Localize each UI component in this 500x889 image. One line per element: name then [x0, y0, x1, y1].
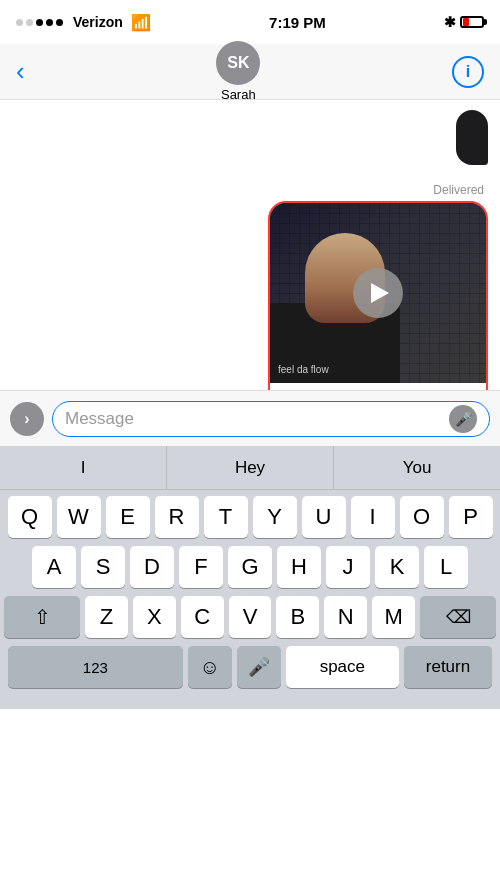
key-space[interactable]: space: [286, 646, 399, 688]
key-n[interactable]: N: [324, 596, 367, 638]
key-q[interactable]: Q: [8, 496, 52, 538]
info-icon: i: [466, 63, 470, 81]
status-time: 7:19 PM: [269, 14, 326, 31]
signal-dots: [16, 19, 63, 26]
key-i[interactable]: I: [351, 496, 395, 538]
key-s[interactable]: S: [81, 546, 125, 588]
key-row-bottom: 123 ☺ 🎤 space return: [4, 646, 496, 688]
bluetooth-icon: ✱: [444, 14, 456, 30]
key-mic[interactable]: 🎤: [237, 646, 281, 688]
key-f[interactable]: F: [179, 546, 223, 588]
received-bubble-container: [12, 110, 488, 173]
key-y[interactable]: Y: [253, 496, 297, 538]
wifi-icon: 📶: [131, 13, 151, 32]
key-t[interactable]: T: [204, 496, 248, 538]
key-m[interactable]: M: [372, 596, 415, 638]
microphone-icon: 🎤: [455, 411, 472, 427]
messages-area: Delivered feel da flow: [0, 100, 500, 390]
key-a[interactable]: A: [32, 546, 76, 588]
key-b[interactable]: B: [276, 596, 319, 638]
status-bar: Verizon 📶 7:19 PM ✱: [0, 0, 500, 44]
emoji-icon: ☺: [199, 656, 219, 679]
status-left: Verizon 📶: [16, 13, 151, 32]
play-icon: [371, 283, 389, 303]
message-input-wrap[interactable]: Message 🎤: [52, 401, 490, 437]
dot-2: [26, 19, 33, 26]
back-button[interactable]: ‹: [16, 56, 25, 87]
video-preview[interactable]: feel da flow: [270, 203, 486, 383]
key-c[interactable]: C: [181, 596, 224, 638]
mic-button[interactable]: 🎤: [449, 405, 477, 433]
suggestion-hey[interactable]: Hey: [167, 446, 334, 489]
keyboard: I Hey You Q W E R T Y U I O P A S D F: [0, 446, 500, 709]
key-emoji[interactable]: ☺: [188, 646, 232, 688]
backspace-key[interactable]: ⌫: [420, 596, 496, 638]
keyboard-mic-icon: 🎤: [248, 656, 270, 678]
suggestions-bar: I Hey You: [0, 446, 500, 490]
expand-icon: ›: [24, 410, 29, 428]
key-r[interactable]: R: [155, 496, 199, 538]
dot-5: [56, 19, 63, 26]
sent-bubble[interactable]: feel da flow We're adding More Cowbell y…: [268, 201, 488, 390]
key-j[interactable]: J: [326, 546, 370, 588]
key-row-3: ⇧ Z X C V B N M ⌫: [4, 596, 496, 638]
key-u[interactable]: U: [302, 496, 346, 538]
backspace-icon: ⌫: [446, 606, 471, 628]
dot-1: [16, 19, 23, 26]
shift-icon: ⇧: [34, 605, 51, 629]
key-x[interactable]: X: [133, 596, 176, 638]
suggestion-you[interactable]: You: [334, 446, 500, 489]
battery-indicator: [460, 16, 484, 28]
shift-key[interactable]: ⇧: [4, 596, 80, 638]
play-button[interactable]: [353, 268, 403, 318]
nav-center[interactable]: SK Sarah: [216, 41, 260, 102]
message-placeholder[interactable]: Message: [65, 409, 449, 429]
key-h[interactable]: H: [277, 546, 321, 588]
key-v[interactable]: V: [229, 596, 272, 638]
suggestion-i[interactable]: I: [0, 446, 167, 489]
status-right: ✱: [444, 14, 484, 30]
key-row-2: A S D F G H J K L: [4, 546, 496, 588]
info-button[interactable]: i: [452, 56, 484, 88]
key-z[interactable]: Z: [85, 596, 128, 638]
expand-button[interactable]: ›: [10, 402, 44, 436]
carrier-label: Verizon: [73, 14, 123, 30]
key-l[interactable]: L: [424, 546, 468, 588]
sent-bubble-container: Delivered feel da flow: [12, 183, 488, 390]
input-bar: › Message 🎤: [0, 390, 500, 446]
key-d[interactable]: D: [130, 546, 174, 588]
key-p[interactable]: P: [449, 496, 493, 538]
avatar-initials: SK: [227, 54, 249, 72]
keys-area: Q W E R T Y U I O P A S D F G H J K L ⇧: [0, 490, 500, 690]
key-numbers[interactable]: 123: [8, 646, 183, 688]
key-e[interactable]: E: [106, 496, 150, 538]
battery-fill: [463, 18, 469, 26]
avatar: SK: [216, 41, 260, 85]
key-w[interactable]: W: [57, 496, 101, 538]
key-k[interactable]: K: [375, 546, 419, 588]
watermark: feel da flow: [278, 364, 329, 375]
key-row-1: Q W E R T Y U I O P: [4, 496, 496, 538]
nav-bar: ‹ SK Sarah i: [0, 44, 500, 100]
received-bubble: [456, 110, 488, 165]
dot-3: [36, 19, 43, 26]
link-info[interactable]: We're adding More Cowbell youtube.com ›: [270, 383, 486, 390]
key-g[interactable]: G: [228, 546, 272, 588]
key-return[interactable]: return: [404, 646, 492, 688]
key-o[interactable]: O: [400, 496, 444, 538]
dot-4: [46, 19, 53, 26]
delivered-label: Delivered: [433, 183, 488, 197]
back-chevron-icon: ‹: [16, 56, 25, 87]
